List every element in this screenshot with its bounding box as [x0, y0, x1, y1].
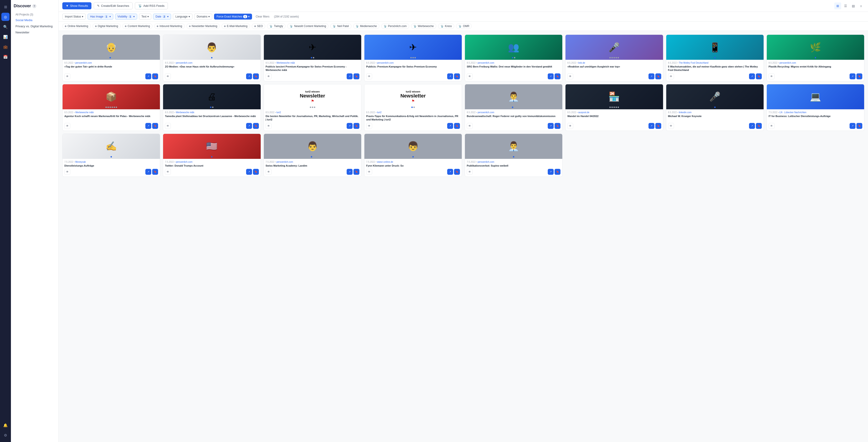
open-button[interactable]: ↗ — [347, 73, 352, 79]
create-edit-searches-button[interactable]: ✎ Create/Edit Searches — [94, 2, 133, 9]
tag-neil-patel[interactable]: 📡 Neil Patel — [330, 24, 351, 29]
tag-twingly[interactable]: 📡 Twingly — [267, 24, 285, 29]
open-button[interactable]: ↗ — [347, 169, 352, 175]
open-button[interactable]: ↗ — [749, 123, 755, 129]
tag-online-marketing[interactable]: Online Marketing — [62, 24, 91, 29]
bookmark-button[interactable]: 🔖 — [353, 169, 360, 175]
bookmark-button[interactable]: 🔖 — [555, 123, 560, 129]
tag-newslit[interactable]: 📡 Newslit Content Marketing — [287, 24, 329, 29]
preview-button[interactable]: 👁 — [366, 73, 372, 79]
preview-button[interactable]: 👁 — [165, 73, 171, 79]
list-view-button[interactable]: ☰ — [842, 2, 849, 9]
tag-werbewoche[interactable]: 📡 Werbewoche — [411, 24, 436, 29]
preview-button[interactable]: 👁 — [366, 123, 372, 129]
force-exact-matches-filter[interactable]: Force Exact Matches 1 ▾ — [214, 14, 252, 20]
tag-digital-marketing[interactable]: Digital Marketing — [93, 24, 121, 29]
tag-seo[interactable]: SEO — [252, 24, 265, 29]
tag-omr[interactable]: 📡 OMR — [456, 24, 472, 29]
calendar-nav-icon[interactable]: 📅 — [1, 53, 9, 61]
open-button[interactable]: ↗ — [849, 73, 856, 79]
tag-medienwoche[interactable]: 📡 Medienwoche — [353, 24, 379, 29]
bookmark-button[interactable]: 🔖 — [555, 73, 560, 79]
preview-button[interactable]: 👁 — [366, 169, 372, 175]
columns-view-button[interactable]: ⫾ — [858, 2, 864, 9]
preview-button[interactable]: 👁 — [266, 169, 272, 175]
preview-button[interactable]: 👁 — [467, 123, 473, 129]
preview-button[interactable]: 👁 — [64, 169, 70, 175]
preview-button[interactable]: 👁 — [266, 123, 272, 129]
nav-item-social-media[interactable]: Social Media — [14, 17, 56, 23]
settings-nav-icon[interactable]: ⚙ — [1, 431, 9, 439]
help-icon[interactable]: ? — [32, 4, 36, 8]
tag-email-marketing[interactable]: E-Mail-Marketing — [222, 24, 250, 29]
preview-button[interactable]: 👁 — [567, 73, 573, 79]
open-button[interactable]: ↗ — [447, 123, 453, 129]
bookmark-button[interactable]: 🔖 — [253, 123, 259, 129]
preview-button[interactable]: 👁 — [165, 169, 171, 175]
preview-button[interactable]: 👁 — [668, 73, 674, 79]
preview-button[interactable]: 👁 — [266, 73, 272, 79]
discover-nav-icon[interactable]: ◎ — [1, 13, 9, 21]
bookmark-button[interactable]: 🔖 — [253, 169, 259, 175]
bookmark-button[interactable]: 🔖 — [454, 169, 460, 175]
open-button[interactable]: ↗ — [649, 123, 654, 129]
clear-filters-button[interactable]: Clear filters — [254, 14, 271, 19]
bookmark-button[interactable]: 🔖 — [655, 73, 661, 79]
preview-button[interactable]: 👁 — [769, 123, 775, 129]
language-filter[interactable]: Language ▾ — [173, 14, 192, 20]
bookmark-button[interactable]: 🔖 — [857, 123, 862, 129]
bookmark-button[interactable]: 🔖 — [253, 73, 259, 79]
search-nav-icon[interactable]: 🔍 — [1, 23, 9, 31]
open-button[interactable]: ↗ — [447, 169, 453, 175]
bookmark-button[interactable]: 🔖 — [756, 123, 762, 129]
open-button[interactable]: ↗ — [548, 73, 554, 79]
open-button[interactable]: ↗ — [749, 73, 755, 79]
bookmark-button[interactable]: 🔖 — [353, 123, 360, 129]
open-button[interactable]: ↗ — [548, 169, 554, 175]
tag-newsletter-marketing[interactable]: Newsletter Marketing — [187, 24, 220, 29]
preview-button[interactable]: 👁 — [64, 123, 70, 129]
domains-filter[interactable]: Domains ▾ — [194, 14, 212, 20]
has-image-filter[interactable]: Has Image 1 ▾ — [88, 14, 113, 20]
bookmark-button[interactable]: 🔖 — [152, 169, 158, 175]
date-filter[interactable]: Date 2 ▾ — [153, 14, 171, 20]
preview-button[interactable]: 👁 — [769, 73, 775, 79]
open-button[interactable]: ↗ — [145, 169, 151, 175]
nav-item-newsletter[interactable]: Newsletter — [14, 29, 56, 35]
preview-button[interactable]: 👁 — [567, 123, 573, 129]
open-button[interactable]: ↗ — [548, 123, 554, 129]
import-status-filter[interactable]: Import Status ▾ — [62, 14, 86, 20]
analytics-nav-icon[interactable]: 📊 — [1, 33, 9, 41]
bookmark-button[interactable]: 🔖 — [152, 123, 158, 129]
nav-item-all-projects[interactable]: All Projects (3) — [14, 12, 56, 17]
open-button[interactable]: ↗ — [246, 73, 252, 79]
tag-content-marketing[interactable]: Content Marketing — [122, 24, 152, 29]
open-button[interactable]: ↗ — [246, 123, 252, 129]
text-filter[interactable]: Text ▾ — [139, 14, 151, 20]
nav-item-privacy[interactable]: Privacy vs. Digital Marketing — [14, 23, 56, 29]
open-button[interactable]: ↗ — [649, 73, 654, 79]
bookmark-button[interactable]: 🔖 — [655, 123, 661, 129]
tag-inbound-marketing[interactable]: Inbound Marketing — [154, 24, 184, 29]
tag-kress[interactable]: 📡 Kress — [438, 24, 455, 29]
open-button[interactable]: ↗ — [849, 123, 856, 129]
preview-button[interactable]: 👁 — [165, 123, 171, 129]
preview-button[interactable]: 👁 — [467, 73, 473, 79]
bookmark-button[interactable]: 🔖 — [152, 73, 158, 79]
open-button[interactable]: ↗ — [447, 73, 453, 79]
visibility-filter[interactable]: Visibility 1 ▾ — [115, 14, 137, 20]
open-button[interactable]: ↗ — [246, 169, 252, 175]
bookmark-button[interactable]: 🔖 — [555, 169, 560, 175]
tag-persoenlich[interactable]: 📡 Persönlich.com — [381, 24, 409, 29]
compact-view-button[interactable]: ▤ — [850, 2, 857, 9]
add-rss-feeds-button[interactable]: 📡 Add RSS Feeds — [135, 2, 168, 9]
open-button[interactable]: ↗ — [145, 123, 151, 129]
home-icon[interactable]: ⊞ — [1, 3, 9, 11]
briefcase-nav-icon[interactable]: 💼 — [1, 43, 9, 51]
preview-button[interactable]: 👁 — [668, 123, 674, 129]
grid-view-button[interactable]: ⊞ — [834, 2, 841, 9]
preview-button[interactable]: 👁 — [467, 169, 473, 175]
show-results-button[interactable]: ▼ Show Results — [62, 2, 91, 9]
open-button[interactable]: ↗ — [145, 73, 151, 79]
bookmark-button[interactable]: 🔖 — [756, 73, 762, 79]
